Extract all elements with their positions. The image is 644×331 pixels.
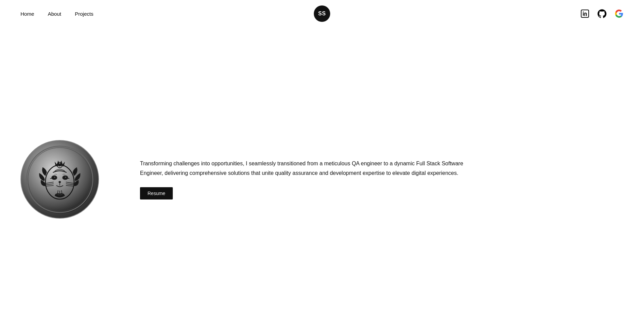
profile-image-svg bbox=[26, 145, 94, 213]
svg-point-18 bbox=[58, 164, 61, 166]
nav-about-link[interactable]: About bbox=[48, 11, 61, 17]
resume-button[interactable]: Resume bbox=[140, 187, 173, 199]
profile-image-container bbox=[20, 140, 99, 219]
linkedin-icon[interactable] bbox=[580, 9, 589, 18]
google-icon[interactable] bbox=[615, 9, 624, 18]
svg-point-8 bbox=[65, 177, 66, 178]
svg-point-3 bbox=[26, 145, 94, 213]
github-icon[interactable] bbox=[598, 9, 606, 18]
text-content: Transforming challenges into opportuniti… bbox=[140, 159, 481, 199]
svg-rect-1 bbox=[583, 13, 584, 16]
svg-point-9 bbox=[59, 181, 61, 183]
logo-initials[interactable]: SS bbox=[314, 5, 330, 22]
description-paragraph: Transforming challenges into opportuniti… bbox=[140, 159, 481, 177]
nav-icons-right bbox=[580, 9, 624, 18]
nav-home-link[interactable]: Home bbox=[20, 11, 34, 17]
svg-point-7 bbox=[54, 177, 55, 178]
main-content: Transforming challenges into opportuniti… bbox=[0, 27, 644, 331]
navbar: Home About Projects SS bbox=[0, 0, 644, 27]
profile-image bbox=[20, 140, 99, 219]
nav-links-left: Home About Projects bbox=[20, 11, 93, 17]
svg-point-2 bbox=[583, 12, 584, 13]
nav-projects-link[interactable]: Projects bbox=[75, 11, 93, 17]
nav-center-logo: SS bbox=[314, 5, 330, 22]
